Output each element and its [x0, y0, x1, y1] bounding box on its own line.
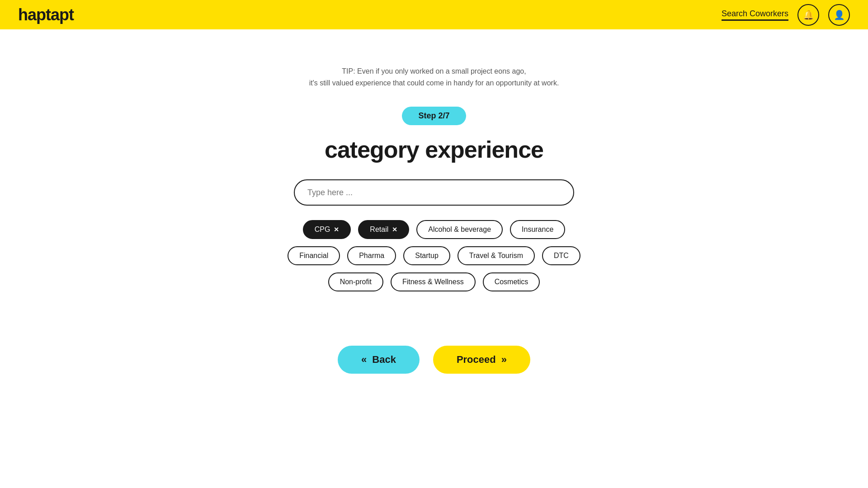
logo-text: haptapt — [18, 5, 74, 24]
tip-line1: TIP: Even if you only worked on a small … — [309, 66, 559, 77]
user-icon: 👤 — [834, 9, 845, 20]
page-title: category experience — [325, 136, 543, 163]
tag-cpg-remove[interactable]: ✕ — [334, 226, 339, 233]
proceed-button[interactable]: Proceed — [433, 346, 530, 374]
tag-financial[interactable]: Financial — [288, 246, 340, 265]
notification-button[interactable]: 🔔 — [797, 4, 819, 26]
tag-fitness-wellness-label: Fitness & Wellness — [402, 278, 464, 286]
back-button[interactable]: Back — [338, 346, 420, 374]
tag-cosmetics-label: Cosmetics — [495, 278, 528, 286]
tag-cpg[interactable]: CPG ✕ — [303, 220, 351, 239]
tag-alcohol-beverage-label: Alcohol & beverage — [428, 225, 491, 234]
tag-pharma[interactable]: Pharma — [347, 246, 396, 265]
user-profile-button[interactable]: 👤 — [828, 4, 850, 26]
tag-startup-label: Startup — [415, 252, 439, 260]
tags-row-2: Financial Pharma Startup Travel & Touris… — [288, 246, 580, 265]
tags-container: CPG ✕ Retail ✕ Alcohol & beverage Insura… — [288, 220, 580, 291]
tag-insurance[interactable]: Insurance — [510, 220, 565, 239]
search-input[interactable] — [307, 188, 561, 197]
search-coworkers-link[interactable]: Search Coworkers — [722, 9, 788, 21]
tag-pharma-label: Pharma — [359, 252, 384, 260]
tag-dtc[interactable]: DTC — [542, 246, 580, 265]
proceed-button-label: Proceed — [457, 354, 496, 366]
tag-cosmetics[interactable]: Cosmetics — [483, 272, 540, 291]
tag-non-profit[interactable]: Non-profit — [328, 272, 383, 291]
tip-text: TIP: Even if you only worked on a small … — [309, 66, 559, 89]
main-content: TIP: Even if you only worked on a small … — [0, 29, 868, 374]
header-right: Search Coworkers 🔔 👤 — [722, 4, 850, 26]
tag-travel-tourism[interactable]: Travel & Tourism — [458, 246, 535, 265]
tag-retail-remove[interactable]: ✕ — [392, 226, 397, 233]
step-badge: Step 2/7 — [402, 107, 466, 125]
tag-cpg-label: CPG — [315, 225, 330, 234]
back-button-label: Back — [372, 354, 396, 366]
tag-dtc-label: DTC — [554, 252, 569, 260]
tip-line2: it's still valued experience that could … — [309, 77, 559, 89]
tags-row-1: CPG ✕ Retail ✕ Alcohol & beverage Insura… — [303, 220, 566, 239]
search-box[interactable] — [294, 179, 574, 206]
tag-alcohol-beverage[interactable]: Alcohol & beverage — [416, 220, 503, 239]
bell-icon: 🔔 — [803, 9, 814, 20]
footer-buttons: Back Proceed — [338, 346, 530, 374]
tag-startup[interactable]: Startup — [403, 246, 450, 265]
header: haptapt Search Coworkers 🔔 👤 — [0, 0, 868, 29]
tag-insurance-label: Insurance — [522, 225, 553, 234]
proceed-chevron-icon — [501, 354, 507, 366]
tag-retail[interactable]: Retail ✕ — [358, 220, 409, 239]
tag-retail-label: Retail — [370, 225, 388, 234]
tags-row-3: Non-profit Fitness & Wellness Cosmetics — [328, 272, 540, 291]
logo: haptapt — [18, 5, 74, 24]
tag-travel-tourism-label: Travel & Tourism — [469, 252, 523, 260]
back-chevron-icon — [361, 354, 367, 366]
tag-financial-label: Financial — [299, 252, 328, 260]
tag-non-profit-label: Non-profit — [340, 278, 372, 286]
tag-fitness-wellness[interactable]: Fitness & Wellness — [391, 272, 476, 291]
